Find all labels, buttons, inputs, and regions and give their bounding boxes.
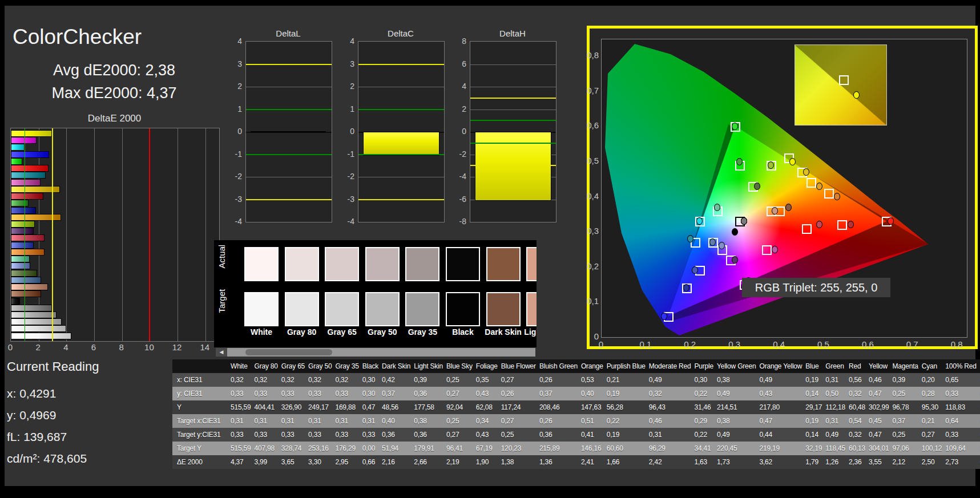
deltae-bar [11,172,46,179]
table-cell: 0,33 [280,428,306,442]
table-cell: 0,33 [943,428,978,442]
x-tick-label: 4 [59,342,72,352]
red-threshold-line [149,128,150,341]
table-cell: 2,66 [412,455,445,469]
table-cell: 0,33 [280,387,306,400]
table-cell: 0,31 [824,414,847,428]
table-cell: 0,31 [253,414,280,428]
swatch-label: Gray 80 [281,327,322,337]
table-row: Y515,59404,41326,90249,17169,880,4748,56… [172,400,980,414]
table-cell: 0,26 [538,373,579,387]
table-cell: 0,41 [579,428,605,442]
actual-swatch [526,247,537,281]
table-cell: 0,32 [253,373,280,387]
table-cell: 0,19 [605,428,647,442]
y-tick-label: -1 [340,149,354,159]
table-cell: 0,47 [867,387,891,400]
table-cell: 0,43 [758,387,804,400]
deltae-bar [11,165,49,172]
y-tick-label: 3 [227,59,242,68]
threshold-line [358,64,444,65]
scrollbar-thumb[interactable] [245,349,332,355]
gridline [205,128,206,341]
y-tick-label: 8 [451,37,466,46]
table-cell: 120,23 [499,442,538,455]
x-tick-label: 6 [87,342,100,352]
deltae-bar [11,137,37,144]
table-cell: 3,99 [253,455,280,469]
deltae-x-axis: 02468101214 [10,342,227,354]
table-cell: 0,25 [445,373,474,387]
threshold-line [358,109,444,110]
table-row-label: y: CIE31 [172,387,229,400]
table-cell: 32,19 [804,442,824,455]
target-swatch [446,292,480,326]
table-cell: 112,18 [824,400,847,414]
table-cell: 0,33 [229,387,253,400]
table-cell: 0,33 [306,428,333,442]
table-cell: 0,22 [692,387,715,400]
table-column-header: Gray 35 [333,359,360,373]
actual-swatch [285,247,319,281]
table-cell: 48,56 [380,400,412,414]
y-tick-label: 1 [340,104,354,114]
gridline [122,128,123,341]
table-cell: 169,88 [333,400,360,414]
cie-x-tick-label: 0,1 [638,339,654,349]
table-cell: 0,40 [380,414,412,428]
target-swatch [285,292,319,326]
table-cell: 0,00 [361,442,380,455]
table-column-header: Red [847,359,867,373]
deltah-title: DeltaH [470,29,555,38]
table-cell: 0,36 [380,428,412,442]
table-cell: 0,29 [692,414,715,428]
table-cell: 2,42 [647,455,693,469]
cie-measured-dot [732,228,738,236]
table-cell: 0,22 [605,414,647,428]
table-cell: 304,01 [867,442,891,455]
table-cell: 0,21 [605,373,647,387]
table-row-label: Target x:CIE31 [172,414,229,428]
cie-measured-dot [816,183,822,190]
table-column-header: Orange Yellow [758,359,804,373]
table-cell: 0,30 [361,387,380,400]
table-cell: 0,27 [445,387,474,400]
table-cell: 515,59 [229,400,253,414]
deltae-bar [11,333,71,339]
table-cell: 0,49 [647,373,693,387]
table-cell: 96,29 [647,442,693,455]
x-tick-label: 10 [142,342,156,352]
table-column-header: Moderate Red [647,359,693,373]
cie-measured-dot [785,204,792,211]
deltac-title: DeltaC [358,29,443,38]
table-cell: 67,19 [474,442,499,455]
table-cell: 0,32 [333,373,360,387]
y-tick-label: 0 [340,127,354,136]
x-tick-label: 8 [115,342,128,352]
table-cell: 404,41 [253,400,280,414]
table-cell: 118,83 [943,400,978,414]
swatch-label: Gray 50 [362,327,403,337]
table-cell: 2,50 [920,455,944,469]
table-column-header: Light Skin [412,359,445,373]
cie-measured-dot [803,168,809,176]
table-row: ΔE 20004,373,993,653,302,950,662,162,662… [172,455,980,469]
swatch-scrollbar[interactable]: ◀ [216,348,535,357]
table-column-header: Blue Flower [499,359,538,373]
delta-bar [251,131,326,132]
y-tick-label: 2 [451,104,466,114]
table-cell: 177,58 [412,400,445,414]
y-tick-label: 2 [227,82,242,91]
table-cell: 0,36 [412,428,445,442]
table-cell: 60,60 [605,442,647,455]
table-cell: 29,17 [804,400,824,414]
table-column-header: Gray 65 [280,359,306,373]
table-cell: 0,51 [579,414,605,428]
table-cell: 3,30 [306,455,333,469]
table-cell: 2,36 [847,455,867,469]
table-corner-cell [172,359,229,373]
table-column-header: White [229,359,253,373]
scroll-left-arrow-icon[interactable]: ◀ [216,348,227,357]
table-cell: 0,32 [306,373,333,387]
current-reading-title: Current Reading [7,359,99,374]
